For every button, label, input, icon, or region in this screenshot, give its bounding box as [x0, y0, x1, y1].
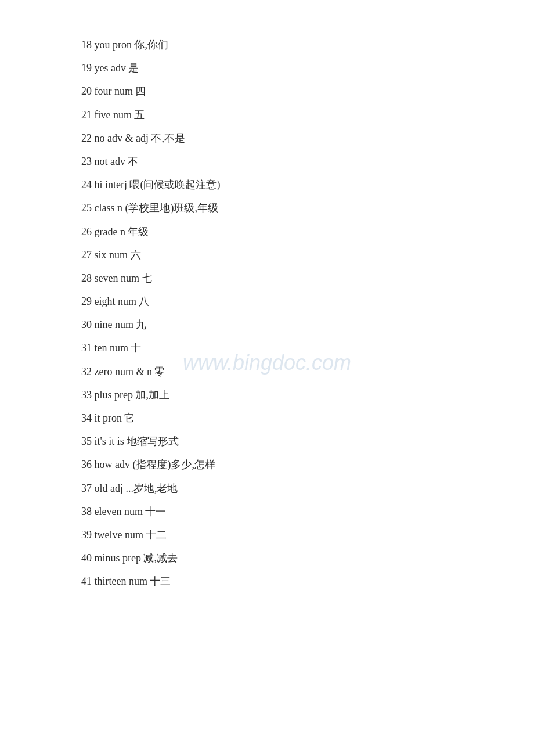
list-item: 37 old adj ...岁地,老地	[81, 478, 476, 498]
vocab-list: 18 you pron 你,你们19 yes adv 是20 four num …	[81, 35, 476, 592]
list-item: 38 eleven num 十一	[81, 502, 476, 521]
list-item: 28 seven num 七	[81, 268, 476, 288]
list-item: 25 class n (学校里地)班级,年级	[81, 198, 476, 218]
list-item: 22 no adv & adj 不,不是	[81, 128, 476, 148]
list-item: 35 it's it is 地缩写形式	[81, 431, 476, 451]
list-item: 39 twelve num 十二	[81, 525, 476, 545]
list-item: 30 nine num 九	[81, 315, 476, 334]
list-item: 20 four num 四	[81, 81, 476, 101]
list-item: 34 it pron 它	[81, 408, 476, 428]
list-item: 23 not adv 不	[81, 152, 476, 171]
list-item: 26 grade n 年级	[81, 222, 476, 242]
list-item: 33 plus prep 加,加上	[81, 385, 476, 405]
list-item: 27 six num 六	[81, 245, 476, 265]
list-item: 36 how adv (指程度)多少,怎样	[81, 455, 476, 474]
list-item: 24 hi interj 喂(问候或唤起注意)	[81, 175, 476, 195]
list-item: 31 ten num 十	[81, 338, 476, 358]
content-area: 18 you pron 你,你们19 yes adv 是20 four num …	[0, 0, 534, 630]
list-item: 19 yes adv 是	[81, 58, 476, 78]
list-item: 21 five num 五	[81, 105, 476, 125]
list-item: 41 thirteen num 十三	[81, 571, 476, 591]
list-item: 40 minus prep 减,减去	[81, 548, 476, 568]
list-item: 18 you pron 你,你们	[81, 35, 476, 55]
list-item: 32 zero num & n 零	[81, 362, 476, 381]
list-item: 29 eight num 八	[81, 291, 476, 311]
